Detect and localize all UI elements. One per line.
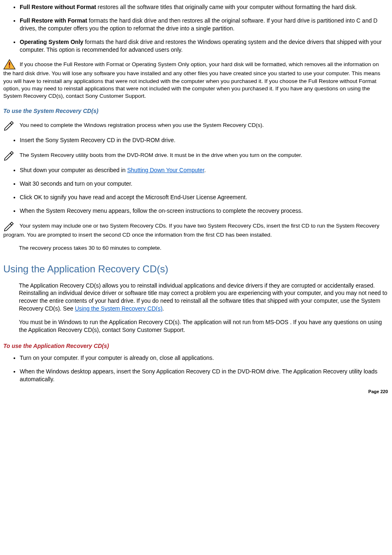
list-item: Click OK to signify you have read and ac… xyxy=(20,193,388,201)
pencil-note: The System Recovery utility boots from t… xyxy=(3,150,388,161)
note-text: Your system may include one or two Syste… xyxy=(3,222,379,237)
pencil-note-icon xyxy=(3,120,16,131)
step-list-2: Shut down your computer as described in … xyxy=(20,166,388,215)
note-text: The System Recovery utility boots from t… xyxy=(18,152,302,158)
list-item: Operating System Only formats the hard d… xyxy=(20,38,388,54)
step-text: Shut down your computer as described in xyxy=(20,167,127,173)
option-label: Full Restore without Format xyxy=(20,4,96,10)
step-text: Insert the Sony System Recovery CD in th… xyxy=(20,137,175,143)
step-text: Turn on your computer. If your computer … xyxy=(20,355,214,361)
list-item: Full Restore with Format formats the har… xyxy=(20,17,388,32)
pencil-note: You need to complete the Windows registr… xyxy=(3,120,388,131)
link-shutting-down[interactable]: Shutting Down Your Computer xyxy=(127,167,204,173)
list-item: Turn on your computer. If your computer … xyxy=(20,354,388,362)
list-item: Shut down your computer as described in … xyxy=(20,166,388,174)
link-using-system-recovery[interactable]: Using the System Recovery CD(s) xyxy=(75,305,162,312)
heading-use-app-recovery: To use the Application Recovery CD(s) xyxy=(3,342,388,350)
step-text: When the System Recovery menu appears, f… xyxy=(20,207,303,214)
warning-note: If you choose the Full Restore with Form… xyxy=(3,59,388,100)
step-text: When the Windows desktop appears, insert… xyxy=(20,368,377,382)
option-label: Full Restore with Format xyxy=(20,17,87,24)
apprec-paragraph-1: The Application Recovery CD(s) allows yo… xyxy=(3,282,388,313)
option-label: Operating System Only xyxy=(20,39,83,45)
step-list-1: Insert the Sony System Recovery CD in th… xyxy=(20,136,388,144)
svg-rect-1 xyxy=(9,62,10,66)
section-heading-app-recovery: Using the Application Recovery CD(s) xyxy=(3,263,388,276)
apprec-step-list: Turn on your computer. If your computer … xyxy=(20,354,388,383)
list-item: Wait 30 seconds and turn on your compute… xyxy=(20,180,388,188)
list-item: Insert the Sony System Recovery CD in th… xyxy=(20,136,388,144)
list-item: Full Restore without Format restores all… xyxy=(20,3,388,11)
pencil-note: Your system may include one or two Syste… xyxy=(3,221,388,239)
option-desc: restores all the software titles that or… xyxy=(96,4,357,10)
step-text: Wait 30 seconds and turn on your compute… xyxy=(20,180,132,187)
warning-triangle-icon xyxy=(3,59,16,70)
para-text: The Application Recovery CD(s) allows yo… xyxy=(19,282,387,312)
warning-text: If you choose the Full Restore with Form… xyxy=(3,61,380,99)
list-item: When the Windows desktop appears, insert… xyxy=(20,368,388,383)
note-text: You need to complete the Windows registr… xyxy=(18,122,264,128)
recovery-time-text: The recovery process takes 30 to 60 minu… xyxy=(19,244,388,252)
page-number: Page 220 xyxy=(3,389,388,395)
svg-rect-2 xyxy=(9,67,10,68)
para-text-post: . xyxy=(162,305,164,312)
pencil-note-icon xyxy=(3,150,16,161)
heading-use-system-recovery: To use the System Recovery CD(s) xyxy=(3,107,388,115)
pencil-note-icon xyxy=(3,221,16,231)
step-text: Click OK to signify you have read and ac… xyxy=(20,194,247,200)
apprec-paragraph-2: You must be in Windows to run the Applic… xyxy=(3,318,388,334)
step-text-post: . xyxy=(204,167,206,173)
list-item: When the System Recovery menu appears, f… xyxy=(20,207,388,215)
restore-options-list: Full Restore without Format restores all… xyxy=(20,3,388,53)
